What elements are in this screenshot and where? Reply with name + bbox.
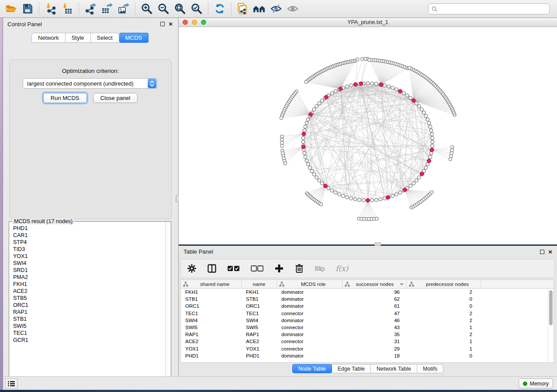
table-cell: STB1 (181, 296, 242, 302)
network-window-titlebar[interactable]: YPA_prune.txt_1 (179, 18, 557, 27)
tab-node-table[interactable]: Node Table (292, 364, 332, 373)
mcds-result-item[interactable]: RAP1 (13, 309, 165, 316)
run-mcds-button[interactable]: Run MCDS (43, 93, 87, 103)
import-network-button[interactable] (42, 1, 59, 16)
close-panel-icon[interactable]: × (169, 22, 173, 26)
toolbar-separator (208, 3, 208, 15)
mcds-result-item[interactable]: ACE2 (13, 288, 165, 295)
import-table-button[interactable] (59, 1, 76, 16)
export-image-button[interactable] (115, 1, 132, 16)
shared-column-icon (409, 282, 414, 287)
control-panel-tabs: Network Style Select MCDS (3, 33, 177, 43)
horizontal-splitter-handle[interactable] (374, 242, 381, 246)
close-panel-button[interactable]: Close panel (93, 93, 138, 103)
table-row[interactable]: SWI5SWI5connector431 (181, 324, 554, 331)
column-header-successor-nodes[interactable]: successor nodes (343, 280, 407, 288)
table-row[interactable]: RAP1RAP1dominator352 (181, 331, 554, 338)
table-cell: 18 (343, 353, 407, 358)
tab-motifs[interactable]: Motifs (417, 364, 443, 373)
memory-status-icon (523, 382, 527, 386)
zoom-out-button[interactable] (155, 1, 172, 16)
table-cell: 46 (343, 318, 407, 323)
column-header-shared-name[interactable]: shared name (181, 280, 242, 288)
gear-button[interactable] (187, 264, 197, 273)
mcds-result-item[interactable]: SWI4 (13, 260, 165, 267)
refresh-layout-button[interactable] (211, 1, 228, 16)
column-header-mcds-role[interactable]: MCDS role (277, 280, 343, 288)
zoom-selected-button[interactable] (188, 1, 205, 16)
mcds-result-item[interactable]: PMA2 (13, 274, 165, 281)
mcds-result-item[interactable]: GCR1 (13, 337, 165, 344)
select-all-button[interactable] (227, 265, 240, 272)
table-scrollbar[interactable] (548, 289, 553, 362)
search-input[interactable] (439, 6, 546, 12)
mcds-result-item[interactable]: STP4 (13, 239, 165, 246)
add-button[interactable] (274, 264, 284, 273)
table-cell: SWI5 (181, 325, 242, 330)
export-network-button[interactable] (82, 1, 99, 16)
open-file-button[interactable] (3, 1, 19, 16)
tab-edge-table[interactable]: Edge Table (332, 364, 371, 373)
sort-chevron-icon[interactable] (400, 283, 404, 285)
table-cell: SWI4 (242, 318, 277, 323)
network-canvas[interactable] (179, 27, 557, 244)
mcds-result-item[interactable]: FKH1 (13, 281, 165, 288)
search-field[interactable] (428, 3, 550, 14)
mcds-list-scrollbar[interactable] (165, 222, 171, 383)
mcds-result-item[interactable]: YOX1 (13, 253, 165, 260)
import-table-icon (61, 3, 73, 14)
mcds-result-item[interactable]: PHD1 (13, 225, 165, 232)
mcds-result-item[interactable]: ORC1 (13, 302, 165, 309)
table-row[interactable]: ACE2ACE2connector311 (181, 338, 554, 345)
show-columns-button[interactable] (207, 264, 217, 273)
tab-mcds[interactable]: MCDS (119, 33, 149, 43)
float-panel-icon[interactable] (160, 22, 165, 26)
search-icon (432, 6, 437, 12)
mcds-result-item[interactable]: SRD1 (13, 267, 165, 274)
export-table-button[interactable] (99, 1, 115, 16)
table-row[interactable]: TEC1TEC1connector472 (181, 310, 554, 317)
criterion-dropdown[interactable]: largest connected component (undirected) (23, 78, 157, 89)
hide-selection-button[interactable] (268, 1, 284, 16)
tab-select[interactable]: Select (91, 33, 119, 43)
tab-network[interactable]: Network (31, 33, 66, 43)
table-cell: SWI4 (181, 318, 242, 323)
memory-button[interactable]: Memory (519, 378, 553, 389)
table-row[interactable]: PHD1PHD1dominator180 (181, 352, 554, 359)
show-selection-button[interactable] (284, 1, 301, 16)
mcds-result-list[interactable]: PHD1CAR1STP4TID3YOX1SWI4SRD1PMA2FKH1ACE2… (10, 224, 165, 383)
table-row[interactable]: STB1STB1dominator620 (181, 296, 554, 303)
delete-button[interactable] (294, 264, 304, 273)
table-row[interactable]: FKH1FKH1dominator962 (181, 289, 554, 296)
mcds-result-item[interactable]: TID3 (13, 246, 165, 253)
table-row[interactable]: ORC1ORC1dominator610 (181, 303, 554, 309)
tab-style[interactable]: Style (66, 33, 91, 43)
tab-network-table[interactable]: Network Table (371, 364, 417, 373)
mcds-result-item[interactable]: STB1 (13, 316, 165, 323)
save-session-button[interactable] (19, 1, 36, 16)
zoom-fit-button[interactable] (172, 1, 188, 16)
dropdown-stepper-icon (148, 79, 156, 88)
float-table-panel-icon[interactable] (540, 250, 544, 254)
table-row[interactable]: SWI4SWI4dominator462 (181, 317, 554, 324)
mcds-result-item[interactable]: CAR1 (13, 232, 165, 239)
show-networks-button[interactable] (251, 1, 268, 16)
clone-network-button[interactable] (235, 1, 251, 16)
table-cell: PHD1 (181, 353, 242, 358)
mcds-result-item[interactable]: STB5 (13, 295, 165, 302)
table-row[interactable]: YOX1YOX1connector291 (181, 345, 554, 352)
toolbar-separator (79, 3, 79, 15)
zoom-in-button[interactable] (138, 1, 155, 16)
network-graph[interactable] (179, 27, 557, 244)
mcds-result-item[interactable]: TEC1 (13, 330, 165, 337)
deselect-all-button[interactable] (251, 265, 264, 272)
table-panel-tabs: Node Table Edge Table Network Table Moti… (179, 364, 557, 373)
column-header-name[interactable]: name (242, 280, 277, 288)
column-header-predecessor-nodes[interactable]: predecessor nodes (407, 280, 481, 288)
close-table-panel-icon[interactable]: × (548, 250, 552, 254)
table-scrollbar-thumb[interactable] (549, 290, 553, 325)
zoom-fit-icon (174, 3, 186, 15)
task-history-button[interactable] (5, 378, 17, 389)
table-cell: 61 (343, 303, 407, 309)
mcds-result-item[interactable]: SWI5 (13, 323, 165, 330)
